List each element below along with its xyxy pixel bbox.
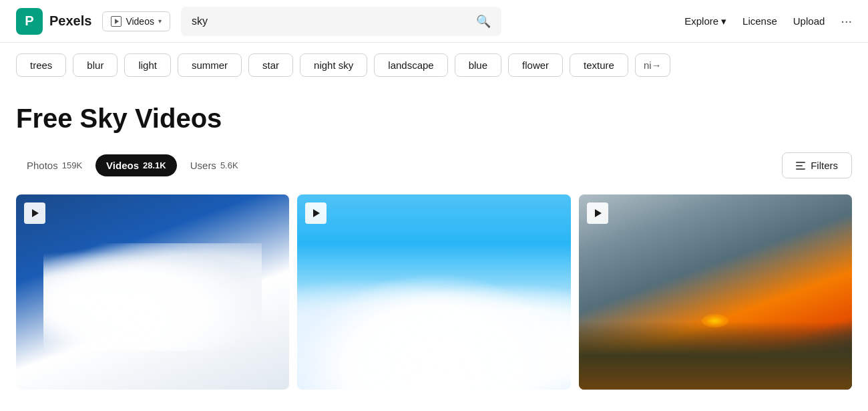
header-nav: Explore ▾ License Upload ··· xyxy=(684,13,852,29)
sun-layer xyxy=(702,314,728,327)
tab-users-count: 5.6K xyxy=(220,160,238,170)
video-thumbnail-3 xyxy=(579,194,852,390)
filter-tabs: Photos 159K Videos 28.1K Users 5.6K xyxy=(16,154,249,176)
play-button-3[interactable] xyxy=(587,202,608,224)
play-button-1[interactable] xyxy=(24,202,45,224)
video-card-1[interactable] xyxy=(16,194,289,390)
video-card-2[interactable] xyxy=(297,194,570,390)
media-type-dropdown[interactable]: Videos ▾ xyxy=(102,11,170,31)
tab-videos-label: Videos xyxy=(106,160,139,171)
more-options-icon[interactable]: ··· xyxy=(841,13,852,29)
tab-videos[interactable]: Videos 28.1K xyxy=(95,154,177,176)
search-input[interactable] xyxy=(192,15,476,27)
tab-users[interactable]: Users 5.6K xyxy=(180,154,249,176)
tab-photos[interactable]: Photos 159K xyxy=(16,154,93,176)
tag-scroll-right[interactable]: ni→ xyxy=(635,53,670,77)
tag-flower[interactable]: flower xyxy=(508,53,563,77)
play-triangle-icon xyxy=(115,19,119,24)
tag-night-sky[interactable]: night sky xyxy=(300,53,367,77)
video-thumbnail-1 xyxy=(16,194,289,390)
logo-icon: P xyxy=(16,8,43,35)
tag-star[interactable]: star xyxy=(248,53,293,77)
tag-row: trees blur light summer star night sky l… xyxy=(0,43,868,88)
video-thumbnail-2 xyxy=(297,194,570,390)
tag-light[interactable]: light xyxy=(124,53,171,77)
play-triangle-icon-2 xyxy=(313,209,320,217)
tab-videos-count: 28.1K xyxy=(143,160,166,170)
tab-photos-label: Photos xyxy=(27,160,58,171)
nav-upload[interactable]: Upload xyxy=(793,15,825,27)
nav-license[interactable]: License xyxy=(742,15,777,27)
explore-chevron-icon: ▾ xyxy=(721,15,726,27)
play-triangle-icon-1 xyxy=(32,209,39,217)
main-content: Free Sky Videos Photos 159K Videos 28.1K… xyxy=(0,88,868,390)
media-type-label: Videos xyxy=(126,16,154,27)
search-bar: 🔍 xyxy=(181,7,501,36)
tag-texture[interactable]: texture xyxy=(570,53,628,77)
play-triangle-icon-3 xyxy=(595,209,602,217)
filters-button[interactable]: Filters xyxy=(782,152,852,178)
page-title: Free Sky Videos xyxy=(16,104,852,134)
cloud-layer-2 xyxy=(297,273,570,390)
reflection-layer xyxy=(579,331,852,390)
filter-lines-icon xyxy=(796,162,805,170)
filter-row: Photos 159K Videos 28.1K Users 5.6K Filt… xyxy=(16,152,852,178)
tag-landscape[interactable]: landscape xyxy=(374,53,447,77)
tab-photos-count: 159K xyxy=(62,160,82,170)
tab-users-label: Users xyxy=(190,160,216,171)
play-button-2[interactable] xyxy=(305,202,327,224)
tag-blue[interactable]: blue xyxy=(455,53,501,77)
logo-text: Pexels xyxy=(49,13,91,29)
nav-explore[interactable]: Explore ▾ xyxy=(684,15,726,27)
tag-trees[interactable]: trees xyxy=(16,53,66,77)
video-grid xyxy=(16,194,852,390)
video-icon xyxy=(111,16,122,27)
logo-link[interactable]: P Pexels xyxy=(16,8,91,35)
filters-label: Filters xyxy=(811,160,838,171)
cloud-layer-1 xyxy=(43,243,262,351)
video-card-3[interactable] xyxy=(579,194,852,390)
header: P Pexels Videos ▾ 🔍 Explore ▾ License Up… xyxy=(0,0,868,43)
tag-summer[interactable]: summer xyxy=(178,53,242,77)
chevron-down-icon: ▾ xyxy=(158,17,162,25)
search-icon[interactable]: 🔍 xyxy=(476,14,491,29)
tag-blur[interactable]: blur xyxy=(73,53,118,77)
